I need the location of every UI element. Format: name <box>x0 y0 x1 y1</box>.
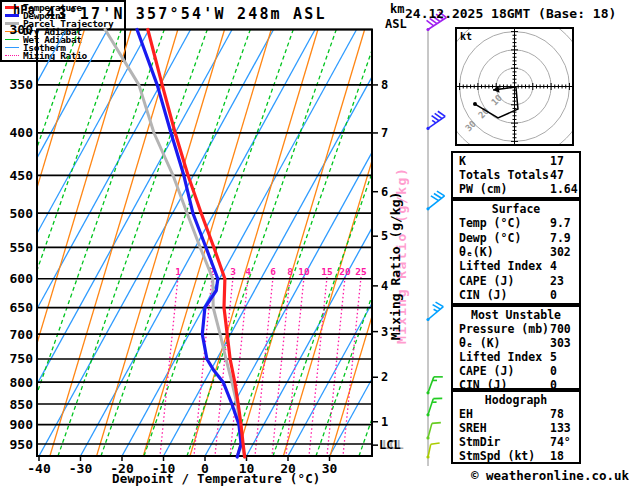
row-value: 0 <box>550 364 557 378</box>
row-value: 74° <box>550 435 571 449</box>
temperature-tick-label: -40 <box>27 461 51 476</box>
hodograph-ring-label: 30 <box>463 119 478 134</box>
pressure-tick-label: 650 <box>10 300 34 315</box>
row-value: 23 <box>550 274 564 288</box>
temperature-tick-label: 0 <box>201 461 209 476</box>
wind-barb <box>426 302 443 321</box>
mixing-ratio-axis-label: Mixing Ratio (g/kg) <box>388 180 402 352</box>
table-row: Totals Totals47 <box>453 168 579 182</box>
row-label: StmSpd (kt) <box>459 449 535 463</box>
table-row: Lifted Index5 <box>453 350 579 364</box>
row-label: Lifted Index <box>459 350 542 364</box>
row-label: θₑ (K) <box>459 336 501 350</box>
row-value: 303 <box>550 336 571 350</box>
mixing-ratio-value-label: 20 <box>339 266 351 277</box>
row-label: CAPE (J) <box>459 274 514 288</box>
km-tick-label: 7 <box>381 126 388 140</box>
pressure-tick-label: 450 <box>10 168 34 183</box>
pressure-tick-label: 900 <box>10 417 34 432</box>
temperature-tick-label: 30 <box>322 461 338 476</box>
pressure-tick-label: 550 <box>10 240 34 255</box>
table-row: CIN (J)0 <box>453 288 579 302</box>
pressure-tick-label: 950 <box>10 437 34 452</box>
table-row: CAPE (J)0 <box>453 364 579 378</box>
temperature-tick-label: -30 <box>69 461 93 476</box>
pressure-tick-label: 850 <box>10 397 34 412</box>
row-value: 1.64 <box>550 182 578 196</box>
wind-barb <box>426 191 444 210</box>
table-row: CAPE (J)23 <box>453 274 579 288</box>
section-header: Surface <box>453 202 579 216</box>
row-value: 78 <box>550 407 564 421</box>
pressure-tick-label: 500 <box>10 206 34 221</box>
mixing-ratio-value-label: 8 <box>287 266 293 277</box>
row-value: 4 <box>550 259 557 273</box>
row-label: Temp (°C) <box>459 216 521 230</box>
row-label: CAPE (J) <box>459 364 514 378</box>
table-row: K17 <box>453 154 579 168</box>
row-value: 302 <box>550 245 571 259</box>
pressure-tick-label: 750 <box>10 351 34 366</box>
pressure-tick-label: 600 <box>10 271 34 286</box>
table-row: Dewp (°C)7.9 <box>453 231 579 245</box>
row-value: 18 <box>550 449 564 463</box>
indices-section-hodograph: HodographEH78SREH133StmDir74°StmSpd (kt)… <box>451 390 581 464</box>
row-label: SREH <box>459 421 487 435</box>
wind-barb <box>426 423 440 440</box>
curve-dewpoint <box>137 30 241 458</box>
section-header: Hodograph <box>453 393 579 407</box>
mixing-ratio-value-label: 6 <box>270 266 276 277</box>
sounding-page: 3003504004505005506006507007508008509009… <box>0 0 629 486</box>
mixing-ratio-value-label: 15 <box>321 266 333 277</box>
row-label: EH <box>459 407 473 421</box>
wind-barb <box>426 377 442 395</box>
table-row: PW (cm)1.64 <box>453 182 579 196</box>
row-label: Pressure (mb) <box>459 322 549 336</box>
wind-barb <box>426 111 445 130</box>
row-value: 133 <box>550 421 571 435</box>
row-value: 700 <box>550 322 571 336</box>
mixing-ratio-value-label: 4 <box>245 266 251 277</box>
table-row: StmSpd (kt)18 <box>453 449 579 463</box>
pressure-tick-label: 400 <box>10 125 34 140</box>
temperature-tick-label: -10 <box>152 461 176 476</box>
temperature-tick-label: 10 <box>239 461 255 476</box>
table-row: EH78 <box>453 407 579 421</box>
table-row: Temp (°C)9.7 <box>453 216 579 230</box>
pressure-tick-label: 800 <box>10 375 34 390</box>
km-tick-label: 2 <box>381 370 388 384</box>
run-datetime: 24.12.2025 18GMT (Base: 18) <box>405 6 616 21</box>
table-row: Lifted Index4 <box>453 259 579 273</box>
footer-credit: © weatheronline.co.uk <box>471 468 629 483</box>
row-value: 17 <box>550 154 564 168</box>
indices-section: K17Totals Totals47PW (cm)1.64 <box>451 151 581 199</box>
km-tick-label: 1 <box>381 415 388 429</box>
row-label: Totals Totals <box>459 168 549 182</box>
indices-section-surface: SurfaceTemp (°C)9.7Dewp (°C)7.9θₑ(K)302L… <box>451 199 581 305</box>
temperature-tick-label: 20 <box>280 461 296 476</box>
section-header: Most Unstable <box>453 308 579 322</box>
pressure-tick-label: 300 <box>10 22 34 37</box>
row-label: K <box>459 154 466 168</box>
row-label: Lifted Index <box>459 259 542 273</box>
row-label: PW (cm) <box>459 182 507 196</box>
row-label: Dewp (°C) <box>459 231 521 245</box>
row-value: 9.7 <box>550 216 571 230</box>
table-row: StmDir74° <box>453 435 579 449</box>
temperature-tick-label: -20 <box>110 461 134 476</box>
row-label: θₑ(K) <box>459 245 494 259</box>
mixing-ratio-value-label: 1 <box>175 266 181 277</box>
pressure-tick-label: 700 <box>10 327 34 342</box>
indices-section-most-unstable: Most UnstablePressure (mb)700θₑ (K)303Li… <box>451 305 581 390</box>
km-tick-label: 8 <box>381 78 388 92</box>
table-row: Pressure (mb)700 <box>453 322 579 336</box>
table-row: θₑ(K)302 <box>453 245 579 259</box>
row-value: 7.9 <box>550 231 571 245</box>
lcl-label: LCL <box>379 438 401 452</box>
hodograph-ring-label: 10 <box>489 93 504 108</box>
mixing-ratio-value-label: 25 <box>355 266 367 277</box>
mixing-ratio-value-label: 10 <box>298 266 310 277</box>
wind-barb <box>426 398 442 416</box>
row-value: 0 <box>550 288 557 302</box>
row-value: 5 <box>550 350 557 364</box>
